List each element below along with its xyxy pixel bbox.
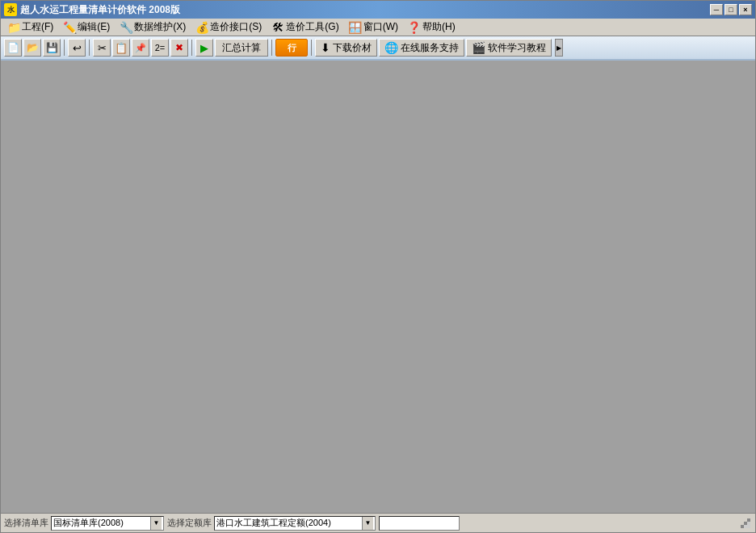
title-bar-buttons: ─ □ × bbox=[710, 4, 752, 15]
quota-library-select[interactable]: 港口水工建筑工程定额(2004) ▼ bbox=[214, 516, 376, 531]
paste-button[interactable]: 📌 bbox=[132, 39, 149, 57]
close-button[interactable]: × bbox=[739, 4, 752, 15]
grip-icon bbox=[741, 518, 750, 528]
status-input-field[interactable] bbox=[379, 516, 460, 531]
separator-2 bbox=[89, 40, 90, 56]
menu-item-help[interactable]: ❓ 帮助(H) bbox=[403, 19, 460, 36]
menu-item-window[interactable]: 🪟 窗口(W) bbox=[344, 19, 403, 36]
play-icon: ▶ bbox=[200, 42, 208, 54]
menu-label-data: 数据维护(X) bbox=[134, 20, 186, 34]
undo-icon: ↩ bbox=[73, 42, 82, 54]
new-button[interactable]: 📄 bbox=[4, 39, 22, 57]
main-content-area bbox=[1, 61, 755, 513]
cut-icon: ✂ bbox=[98, 42, 107, 54]
title-bar-left: 水 超人水运工程量清单计价软件 2008版 bbox=[4, 3, 180, 17]
svg-rect-4 bbox=[747, 522, 750, 525]
menu-label-help: 帮助(H) bbox=[422, 20, 456, 34]
save-icon: 💾 bbox=[46, 42, 58, 53]
quota-library-arrow[interactable]: ▼ bbox=[362, 517, 373, 530]
title-bar: 水 超人水运工程量清单计价软件 2008版 ─ □ × bbox=[1, 1, 755, 19]
learn-icon: 🎬 bbox=[472, 41, 485, 54]
app-icon: 水 bbox=[4, 3, 17, 16]
delete-icon: ✖ bbox=[175, 42, 183, 53]
quota-library-item: 选择定额库 港口水工建筑工程定额(2004) ▼ bbox=[167, 516, 376, 531]
bill-library-select[interactable]: 国标清单库(2008) ▼ bbox=[51, 516, 164, 531]
svg-rect-3 bbox=[744, 525, 747, 528]
separator-1 bbox=[64, 40, 65, 56]
svg-rect-5 bbox=[747, 525, 750, 528]
online-support-label: 在线服务支持 bbox=[401, 41, 459, 55]
bill-library-label: 选择清单库 bbox=[4, 517, 48, 529]
maximize-button[interactable]: □ bbox=[724, 4, 737, 15]
menu-item-price-tools[interactable]: 🛠 造价工具(G) bbox=[267, 19, 343, 36]
special-button[interactable]: 2= bbox=[151, 39, 169, 57]
price-interface-icon: 💰 bbox=[195, 21, 208, 34]
menu-item-price-interface[interactable]: 💰 造价接口(S) bbox=[191, 19, 267, 36]
new-icon: 📄 bbox=[7, 42, 19, 53]
online-icon: 🌐 bbox=[384, 41, 398, 54]
status-grip bbox=[739, 517, 752, 530]
learn-label: 软件学习教程 bbox=[488, 41, 546, 55]
toolbar-expand-button[interactable]: ▶ bbox=[555, 39, 563, 57]
special-icon: 2= bbox=[155, 43, 166, 52]
menu-label-price-interface: 造价接口(S) bbox=[210, 20, 262, 34]
main-window: 水 超人水运工程量清单计价软件 2008版 ─ □ × 📁 工程(F) ✏️ 编… bbox=[0, 0, 756, 533]
toolbar: 📄 📂 💾 ↩ ✂ 📋 📌 2= ✖ ▶ bbox=[1, 36, 755, 61]
open-icon: 📂 bbox=[27, 42, 39, 53]
compute-button[interactable]: 汇总计算 bbox=[215, 39, 268, 57]
minimize-button[interactable]: ─ bbox=[710, 4, 723, 15]
learn-button[interactable]: 🎬 软件学习教程 bbox=[466, 39, 552, 57]
menu-label-price-tools: 造价工具(G) bbox=[286, 20, 338, 34]
copy-icon: 📋 bbox=[115, 42, 128, 54]
play-button[interactable]: ▶ bbox=[195, 39, 213, 57]
download-price-button[interactable]: ⬇ 下载价材 bbox=[315, 39, 377, 57]
undo-button[interactable]: ↩ bbox=[68, 39, 86, 57]
bill-library-item: 选择清单库 国标清单库(2008) ▼ bbox=[4, 516, 164, 531]
data-icon: 🔧 bbox=[120, 21, 132, 34]
delete-button[interactable]: ✖ bbox=[170, 39, 188, 57]
save-button[interactable]: 💾 bbox=[43, 39, 61, 57]
svg-rect-0 bbox=[741, 525, 744, 528]
online-support-button[interactable]: 🌐 在线服务支持 bbox=[379, 39, 464, 57]
bill-library-arrow[interactable]: ▼ bbox=[150, 517, 162, 530]
download-label: 下载价材 bbox=[333, 41, 372, 55]
menu-item-data[interactable]: 🔧 数据维护(X) bbox=[115, 19, 191, 36]
bill-library-value: 国标清单库(2008) bbox=[53, 517, 150, 529]
expand-icon: ▶ bbox=[556, 44, 561, 52]
separator-4 bbox=[271, 40, 272, 56]
menu-bar: 📁 工程(F) ✏️ 编辑(E) 🔧 数据维护(X) 💰 造价接口(S) 🛠 造… bbox=[1, 19, 755, 36]
copy-button[interactable]: 📋 bbox=[112, 39, 130, 57]
quota-library-label: 选择定额库 bbox=[167, 517, 212, 529]
help-icon: ❓ bbox=[408, 21, 421, 34]
compute-label: 汇总计算 bbox=[222, 41, 261, 55]
menu-item-project[interactable]: 📁 工程(F) bbox=[2, 19, 58, 36]
price-tools-icon: 🛠 bbox=[271, 21, 284, 34]
separator-5 bbox=[311, 40, 312, 56]
status-bar: 选择清单库 国标清单库(2008) ▼ 选择定额库 港口水工建筑工程定额(200… bbox=[1, 513, 755, 532]
window-title: 超人水运工程量清单计价软件 2008版 bbox=[20, 3, 180, 17]
menu-label-project: 工程(F) bbox=[22, 20, 53, 34]
menu-label-edit: 编辑(E) bbox=[78, 20, 110, 34]
svg-rect-1 bbox=[744, 522, 747, 525]
current-row-label: 行 bbox=[288, 42, 296, 54]
edit-icon: ✏️ bbox=[63, 21, 76, 34]
current-row-button[interactable]: 行 bbox=[275, 39, 308, 57]
project-icon: 📁 bbox=[7, 21, 20, 34]
quota-library-value: 港口水工建筑工程定额(2004) bbox=[216, 517, 362, 529]
download-icon: ⬇ bbox=[321, 41, 330, 54]
menu-label-window: 窗口(W) bbox=[363, 20, 398, 34]
menu-item-edit[interactable]: ✏️ 编辑(E) bbox=[58, 19, 115, 36]
open-button[interactable]: 📂 bbox=[23, 39, 41, 57]
paste-icon: 📌 bbox=[135, 43, 146, 53]
window-icon: 🪟 bbox=[349, 21, 362, 34]
svg-rect-2 bbox=[747, 518, 750, 522]
separator-3 bbox=[191, 40, 192, 56]
cut-button[interactable]: ✂ bbox=[93, 39, 111, 57]
